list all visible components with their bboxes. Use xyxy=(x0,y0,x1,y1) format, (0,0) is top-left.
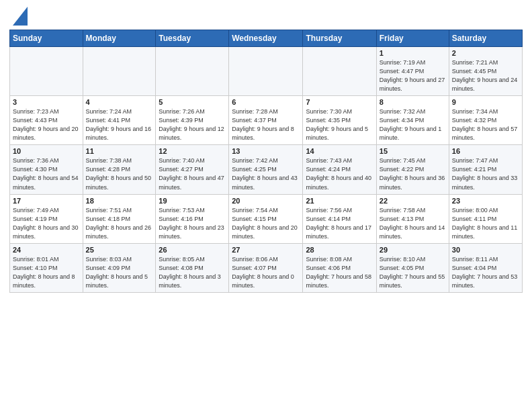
day-cell: 16Sunrise: 7:47 AM Sunset: 4:21 PM Dayli… xyxy=(449,145,522,194)
day-cell: 11Sunrise: 7:38 AM Sunset: 4:28 PM Dayli… xyxy=(83,145,156,194)
day-number: 27 xyxy=(232,246,300,254)
day-detail: Sunrise: 8:01 AM Sunset: 4:10 PM Dayligh… xyxy=(13,255,80,290)
day-number: 7 xyxy=(306,98,373,106)
day-cell xyxy=(156,47,229,96)
day-detail: Sunrise: 7:40 AM Sunset: 4:27 PM Dayligh… xyxy=(159,156,226,191)
day-detail: Sunrise: 7:53 AM Sunset: 4:16 PM Dayligh… xyxy=(159,206,226,241)
day-cell: 3Sunrise: 7:23 AM Sunset: 4:43 PM Daylig… xyxy=(10,96,83,145)
day-number: 1 xyxy=(380,49,446,57)
column-header-thursday: Thursday xyxy=(303,30,376,47)
column-header-sunday: Sunday xyxy=(10,30,83,47)
day-cell: 10Sunrise: 7:36 AM Sunset: 4:30 PM Dayli… xyxy=(10,145,83,194)
day-number: 6 xyxy=(232,98,300,106)
day-cell: 4Sunrise: 7:24 AM Sunset: 4:41 PM Daylig… xyxy=(83,96,156,145)
day-number: 14 xyxy=(306,147,373,155)
day-number: 19 xyxy=(159,197,226,205)
day-cell: 20Sunrise: 7:54 AM Sunset: 4:15 PM Dayli… xyxy=(229,194,303,243)
column-header-wednesday: Wednesday xyxy=(229,30,303,47)
day-detail: Sunrise: 7:43 AM Sunset: 4:24 PM Dayligh… xyxy=(306,156,373,191)
day-detail: Sunrise: 7:32 AM Sunset: 4:34 PM Dayligh… xyxy=(380,107,446,142)
day-number: 13 xyxy=(232,147,300,155)
day-cell: 6Sunrise: 7:28 AM Sunset: 4:37 PM Daylig… xyxy=(229,96,303,145)
day-detail: Sunrise: 7:58 AM Sunset: 4:13 PM Dayligh… xyxy=(380,206,446,241)
day-detail: Sunrise: 8:00 AM Sunset: 4:11 PM Dayligh… xyxy=(452,206,519,241)
week-row: 24Sunrise: 8:01 AM Sunset: 4:10 PM Dayli… xyxy=(10,243,523,292)
logo-row xyxy=(9,7,28,26)
day-cell: 15Sunrise: 7:45 AM Sunset: 4:22 PM Dayli… xyxy=(376,145,449,194)
day-cell: 14Sunrise: 7:43 AM Sunset: 4:24 PM Dayli… xyxy=(303,145,376,194)
day-cell: 24Sunrise: 8:01 AM Sunset: 4:10 PM Dayli… xyxy=(10,243,83,292)
day-number: 9 xyxy=(452,98,519,106)
day-number: 22 xyxy=(380,197,446,205)
day-cell: 9Sunrise: 7:34 AM Sunset: 4:32 PM Daylig… xyxy=(449,96,522,145)
day-cell: 23Sunrise: 8:00 AM Sunset: 4:11 PM Dayli… xyxy=(449,194,522,243)
day-detail: Sunrise: 7:21 AM Sunset: 4:45 PM Dayligh… xyxy=(452,58,519,93)
day-detail: Sunrise: 7:23 AM Sunset: 4:43 PM Dayligh… xyxy=(13,107,80,142)
day-cell: 22Sunrise: 7:58 AM Sunset: 4:13 PM Dayli… xyxy=(376,194,449,243)
week-row: 17Sunrise: 7:49 AM Sunset: 4:19 PM Dayli… xyxy=(10,194,523,243)
day-cell: 26Sunrise: 8:05 AM Sunset: 4:08 PM Dayli… xyxy=(156,243,229,292)
column-header-tuesday: Tuesday xyxy=(156,30,229,47)
day-cell: 7Sunrise: 7:30 AM Sunset: 4:35 PM Daylig… xyxy=(303,96,376,145)
week-row: 3Sunrise: 7:23 AM Sunset: 4:43 PM Daylig… xyxy=(10,96,523,145)
day-detail: Sunrise: 7:19 AM Sunset: 4:47 PM Dayligh… xyxy=(380,58,446,93)
day-cell: 29Sunrise: 8:10 AM Sunset: 4:05 PM Dayli… xyxy=(376,243,449,292)
day-detail: Sunrise: 7:28 AM Sunset: 4:37 PM Dayligh… xyxy=(232,107,300,142)
day-number: 8 xyxy=(380,98,446,106)
day-detail: Sunrise: 8:05 AM Sunset: 4:08 PM Dayligh… xyxy=(159,255,226,290)
logo xyxy=(9,7,28,26)
page: SundayMondayTuesdayWednesdayThursdayFrid… xyxy=(0,0,532,411)
day-cell: 13Sunrise: 7:42 AM Sunset: 4:25 PM Dayli… xyxy=(229,145,303,194)
day-cell: 30Sunrise: 8:11 AM Sunset: 4:04 PM Dayli… xyxy=(449,243,522,292)
day-cell: 5Sunrise: 7:26 AM Sunset: 4:39 PM Daylig… xyxy=(156,96,229,145)
day-detail: Sunrise: 7:54 AM Sunset: 4:15 PM Dayligh… xyxy=(232,206,300,241)
calendar-body: 1Sunrise: 7:19 AM Sunset: 4:47 PM Daylig… xyxy=(10,47,523,293)
day-detail: Sunrise: 7:47 AM Sunset: 4:21 PM Dayligh… xyxy=(452,156,519,191)
day-detail: Sunrise: 8:08 AM Sunset: 4:06 PM Dayligh… xyxy=(306,255,373,290)
day-cell: 21Sunrise: 7:56 AM Sunset: 4:14 PM Dayli… xyxy=(303,194,376,243)
day-number: 11 xyxy=(86,147,153,155)
day-cell: 8Sunrise: 7:32 AM Sunset: 4:34 PM Daylig… xyxy=(376,96,449,145)
day-detail: Sunrise: 7:45 AM Sunset: 4:22 PM Dayligh… xyxy=(380,156,446,191)
day-cell: 27Sunrise: 8:06 AM Sunset: 4:07 PM Dayli… xyxy=(229,243,303,292)
day-number: 5 xyxy=(159,98,226,106)
week-row: 10Sunrise: 7:36 AM Sunset: 4:30 PM Dayli… xyxy=(10,145,523,194)
day-cell: 17Sunrise: 7:49 AM Sunset: 4:19 PM Dayli… xyxy=(10,194,83,243)
day-cell: 12Sunrise: 7:40 AM Sunset: 4:27 PM Dayli… xyxy=(156,145,229,194)
day-detail: Sunrise: 7:51 AM Sunset: 4:18 PM Dayligh… xyxy=(86,206,153,241)
day-number: 23 xyxy=(452,197,519,205)
day-cell xyxy=(229,47,303,96)
day-detail: Sunrise: 8:06 AM Sunset: 4:07 PM Dayligh… xyxy=(232,255,300,290)
day-number: 17 xyxy=(13,197,80,205)
day-number: 18 xyxy=(86,197,153,205)
day-number: 15 xyxy=(380,147,446,155)
column-header-monday: Monday xyxy=(83,30,156,47)
logo-triangle-icon xyxy=(13,7,28,26)
day-number: 21 xyxy=(306,197,373,205)
header-row: SundayMondayTuesdayWednesdayThursdayFrid… xyxy=(10,30,523,47)
day-number: 4 xyxy=(86,98,153,106)
day-number: 26 xyxy=(159,246,226,254)
day-number: 30 xyxy=(452,246,519,254)
day-detail: Sunrise: 7:56 AM Sunset: 4:14 PM Dayligh… xyxy=(306,206,373,241)
day-detail: Sunrise: 7:36 AM Sunset: 4:30 PM Dayligh… xyxy=(13,156,80,191)
day-detail: Sunrise: 7:24 AM Sunset: 4:41 PM Dayligh… xyxy=(86,107,153,142)
day-number: 16 xyxy=(452,147,519,155)
day-number: 2 xyxy=(452,49,519,57)
header xyxy=(9,7,523,26)
day-detail: Sunrise: 7:30 AM Sunset: 4:35 PM Dayligh… xyxy=(306,107,373,142)
calendar-header: SundayMondayTuesdayWednesdayThursdayFrid… xyxy=(10,30,523,47)
day-number: 28 xyxy=(306,246,373,254)
day-number: 12 xyxy=(159,147,226,155)
svg-marker-0 xyxy=(13,7,28,26)
day-cell xyxy=(10,47,83,96)
day-detail: Sunrise: 7:38 AM Sunset: 4:28 PM Dayligh… xyxy=(86,156,153,191)
day-cell: 2Sunrise: 7:21 AM Sunset: 4:45 PM Daylig… xyxy=(449,47,522,96)
day-detail: Sunrise: 8:11 AM Sunset: 4:04 PM Dayligh… xyxy=(452,255,519,290)
week-row: 1Sunrise: 7:19 AM Sunset: 4:47 PM Daylig… xyxy=(10,47,523,96)
day-cell xyxy=(83,47,156,96)
day-detail: Sunrise: 7:49 AM Sunset: 4:19 PM Dayligh… xyxy=(13,206,80,241)
day-cell xyxy=(303,47,376,96)
day-number: 25 xyxy=(86,246,153,254)
day-number: 3 xyxy=(13,98,80,106)
